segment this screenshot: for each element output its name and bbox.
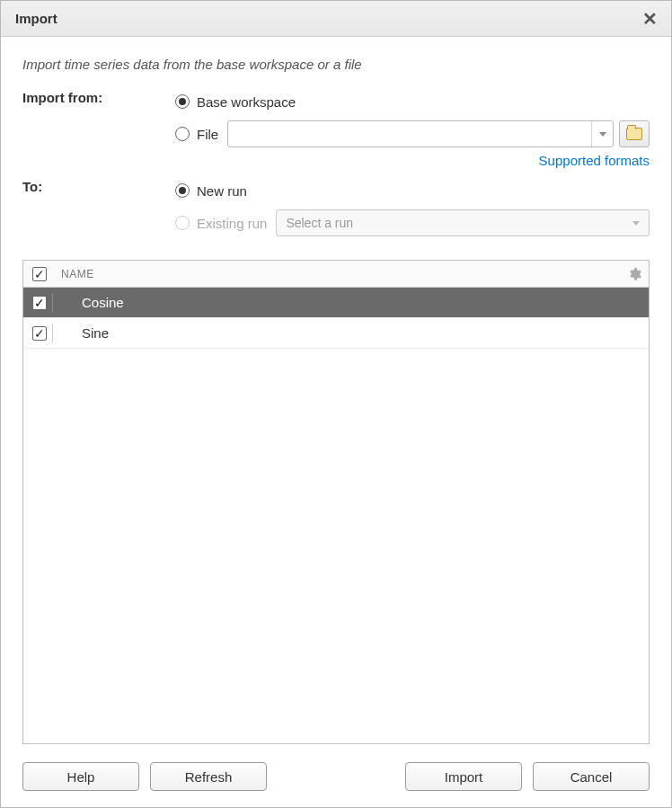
row-name: Sine: [66, 325, 641, 341]
supported-formats-link[interactable]: Supported formats: [539, 153, 650, 168]
to-label: To:: [22, 177, 175, 194]
import-from-label: Import from:: [22, 88, 175, 105]
table-row[interactable]: ✓Cosine: [23, 288, 649, 318]
file-history-dropdown[interactable]: [591, 121, 613, 147]
header-checkbox-cell: ✓: [31, 267, 49, 281]
file-path-input[interactable]: [228, 127, 591, 141]
refresh-button[interactable]: Refresh: [150, 762, 267, 791]
radio-base-workspace[interactable]: Base workspace: [175, 88, 650, 115]
radio-dot-base-workspace[interactable]: [175, 94, 190, 109]
radio-label-file: File: [197, 127, 218, 142]
select-all-checkbox[interactable]: ✓: [32, 267, 47, 281]
radio-label-new-run: New run: [197, 183, 247, 199]
radio-label-existing-run: Existing run: [197, 216, 267, 231]
row-checkbox[interactable]: ✓: [32, 326, 47, 341]
to-controls: New run Existing run Select a run: [175, 177, 650, 242]
chevron-down-icon: [599, 132, 606, 137]
table-header: ✓ NAME: [23, 261, 649, 288]
import-from-row: Import from: Base workspace File: [22, 88, 650, 168]
signals-table: ✓ NAME ✓Cosine✓Sine: [22, 260, 650, 744]
chevron-down-icon: [632, 221, 640, 226]
to-row: To: New run Existing run Select a run: [22, 177, 650, 242]
cancel-button[interactable]: Cancel: [533, 762, 650, 791]
existing-run-placeholder: Select a run: [286, 216, 353, 230]
radio-existing-run: Existing run Select a run: [175, 209, 650, 236]
name-column-header[interactable]: NAME: [49, 268, 627, 280]
radio-dot-file[interactable]: [175, 127, 190, 141]
table-row[interactable]: ✓Sine: [23, 318, 649, 349]
import-from-controls: Base workspace File: [175, 88, 650, 168]
button-bar: Help Refresh Import Cancel: [22, 762, 650, 791]
dialog-content: Import time series data from the base wo…: [1, 37, 671, 807]
existing-run-select: Select a run: [276, 209, 650, 236]
row-checkbox-cell: ✓: [31, 326, 49, 341]
file-path-field[interactable]: [227, 120, 614, 147]
row-divider: [52, 293, 53, 313]
dialog-subtitle: Import time series data from the base wo…: [22, 57, 650, 72]
radio-dot-existing-run: [175, 216, 190, 230]
button-spacer: [278, 762, 394, 791]
row-divider: [52, 324, 53, 343]
gear-icon[interactable]: [627, 267, 641, 281]
radio-file[interactable]: File: [175, 120, 650, 147]
folder-icon: [626, 128, 642, 140]
row-name: Cosine: [66, 295, 641, 310]
import-button[interactable]: Import: [405, 762, 522, 791]
row-checkbox[interactable]: ✓: [32, 296, 47, 310]
file-input-group: [227, 120, 650, 147]
help-button[interactable]: Help: [22, 762, 139, 791]
radio-new-run[interactable]: New run: [175, 177, 650, 204]
radio-dot-new-run[interactable]: [175, 183, 190, 198]
close-icon[interactable]: ✕: [639, 8, 660, 30]
radio-label-base-workspace: Base workspace: [197, 94, 296, 110]
table-body: ✓Cosine✓Sine: [23, 288, 649, 743]
row-checkbox-cell: ✓: [31, 296, 49, 310]
dialog-title: Import: [15, 11, 639, 26]
supported-formats-row: Supported formats: [175, 153, 650, 168]
browse-button[interactable]: [619, 120, 650, 147]
titlebar: Import ✕: [1, 1, 671, 37]
